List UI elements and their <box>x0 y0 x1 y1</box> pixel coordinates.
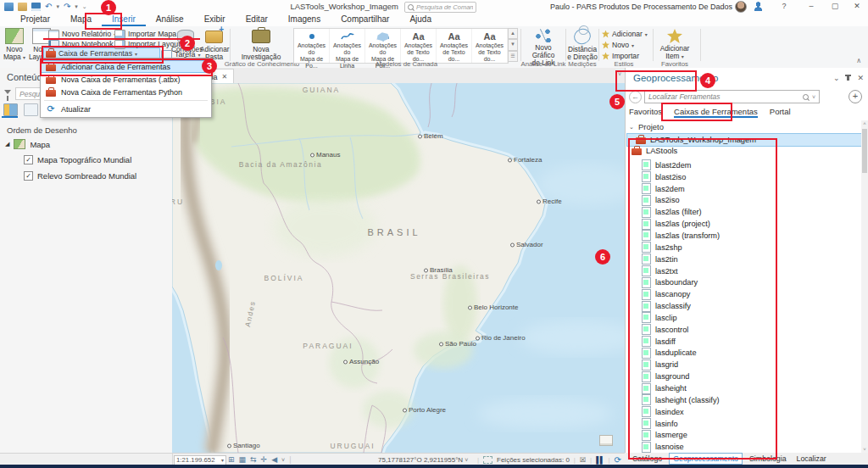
pause-drawing-icon[interactable]: ▌▌ <box>596 456 604 464</box>
map-tab-close-icon[interactable]: ✕ <box>222 73 228 81</box>
tool-item[interactable]: lasgrid <box>642 359 845 370</box>
crosshair-icon[interactable]: ✛ <box>261 455 268 464</box>
add-search-tab-icon[interactable]: + <box>849 90 862 103</box>
redo-dropdown-icon[interactable]: ▾ <box>75 3 78 10</box>
selection-rect-icon[interactable] <box>483 456 492 464</box>
restore-button[interactable]: ▢ <box>826 0 844 13</box>
tool-item[interactable]: lasboundary <box>642 277 845 289</box>
undo-icon[interactable]: ↶ <box>45 3 52 11</box>
menu-tab-imagens[interactable]: Imagens <box>278 14 331 26</box>
lastools-toolbox-item[interactable]: LAStools <box>632 147 677 155</box>
drawing-order-tab-icon[interactable] <box>3 103 18 116</box>
pane-tab-geoprocessamento[interactable]: Geoprocessamento <box>669 453 743 465</box>
tool-item[interactable]: las2dem <box>642 183 845 195</box>
gallery-scroll-up-icon[interactable]: ▲ <box>508 28 518 39</box>
scroll-down-icon[interactable]: ˅ <box>861 447 868 452</box>
tool-item[interactable]: las2txt <box>642 265 845 277</box>
back-button[interactable]: ← <box>629 91 642 103</box>
pane-close-icon[interactable]: ✕ <box>857 74 864 82</box>
scrollbar-thumb[interactable] <box>862 129 867 173</box>
importar-mapa-button[interactable]: Importar Mapa <box>114 29 176 39</box>
adicionar-item-button[interactable]: Adicionar Item ▾ <box>656 28 693 61</box>
tool-item[interactable]: lasduplicate <box>642 348 845 359</box>
user-account-label[interactable]: Paulo - PARS Produtos De Processamento D… <box>550 3 732 11</box>
tool-item[interactable]: lasindex <box>642 406 845 418</box>
tool-item[interactable]: las2las (transform) <box>642 230 845 242</box>
search-options-icon[interactable]: ˅ <box>812 94 815 100</box>
gallery-scroll[interactable]: ▲ ▼ ☰ <box>508 28 518 62</box>
tool-item[interactable]: lasinfo <box>642 418 845 430</box>
pane-tab-catálogo[interactable]: Catálogo <box>629 454 665 464</box>
map-attribution-icon[interactable] <box>599 435 613 446</box>
conexoes-button[interactable]: Conexões ▾ <box>171 28 199 62</box>
refresh-map-icon[interactable]: ⟳ <box>615 455 621 465</box>
estilos-adicionar-button[interactable]: Adicionar▾ <box>602 29 648 39</box>
geo-tab-favoritos[interactable]: Favoritos <box>629 107 662 116</box>
tool-item[interactable]: las2iso <box>642 195 845 207</box>
estilos-novo-button[interactable]: Novo▾ <box>602 40 634 50</box>
tool-item[interactable]: blast2dem <box>642 159 845 171</box>
gallery-expand-icon[interactable]: ☰ <box>508 51 518 62</box>
layer-item-relevo[interactable]: ✓ Relevo Sombreado Mundial <box>24 171 136 181</box>
close-button[interactable]: ✕ <box>848 0 866 13</box>
gallery-item[interactable]: AaAnotaçõesde Texto do... <box>401 29 437 63</box>
collapse-ribbon-icon[interactable]: ∧ <box>856 57 861 64</box>
pane-menu-icon[interactable]: ⌄ <box>833 74 840 82</box>
undo-dropdown-icon[interactable]: ▾ <box>56 3 59 10</box>
menu-tab-mapa[interactable]: Mapa <box>60 14 102 26</box>
novo-mapa-button[interactable]: Novo Mapa ▾ <box>1 28 28 62</box>
gallery-scroll-down-icon[interactable]: ▼ <box>508 39 518 50</box>
gallery-item[interactable]: Anotações doMapa de Linha <box>330 29 365 63</box>
tree-scrollbar[interactable]: ˄ ˅ <box>861 120 868 453</box>
tool-item[interactable]: lasclip <box>642 312 845 324</box>
tool-item[interactable]: lascontrol <box>642 324 845 336</box>
map-tree-item[interactable]: ◢ Mapa <box>5 139 50 149</box>
tool-item[interactable]: lasheight (classify) <box>642 394 845 406</box>
help-button[interactable]: ? <box>775 0 793 13</box>
pane-tab-localizar[interactable]: Localizar <box>793 454 830 464</box>
notifications-icon[interactable] <box>754 2 763 11</box>
open-project-icon[interactable] <box>18 3 27 11</box>
tool-item[interactable]: lasdiff <box>642 336 845 348</box>
menu-tab-projetar[interactable]: Projetar <box>10 14 60 26</box>
grid-icon[interactable]: ▦ <box>239 455 247 464</box>
layer-checkbox[interactable]: ✓ <box>24 171 33 181</box>
pane-tab-simbologia[interactable]: Simbologia <box>746 454 790 464</box>
geo-tab-portal[interactable]: Portal <box>770 107 791 116</box>
menu-tab-editar[interactable]: Editar <box>236 14 278 26</box>
user-avatar[interactable] <box>735 1 747 13</box>
swap-icon[interactable]: ⇆ <box>250 455 257 464</box>
distancia-direcao-button[interactable]: Distância e Direção <box>567 28 598 61</box>
find-tools-search-box[interactable]: Localizar Ferramentas ˅ <box>644 90 820 103</box>
menu-tab-análise[interactable]: Análise <box>146 14 194 26</box>
map-scale-box[interactable]: 1:21.199.652▾ <box>174 455 226 465</box>
menu-tab-exibir[interactable]: Exibir <box>194 14 236 26</box>
menu-item-adicionar-caixa[interactable]: Adicionar Caixa de Ferramentas <box>41 60 211 73</box>
gallery-item[interactable]: Anotações doMapa de Po... <box>294 29 330 63</box>
command-search-box[interactable]: Pesquisa de Comando (Alt+Q) <box>404 2 476 13</box>
tool-item[interactable]: lasnoise <box>642 441 845 453</box>
tool-item[interactable]: lasheight <box>642 382 845 394</box>
tool-item[interactable]: las2tin <box>642 254 845 265</box>
tool-item[interactable]: lasground <box>642 370 845 382</box>
tool-item[interactable]: lasclassify <box>642 300 845 312</box>
pin-icon[interactable] <box>847 75 849 81</box>
layer-item-topografico[interactable]: ✓ Mapa Topográfico Mundial <box>24 155 131 164</box>
project-toolbox-item-selected[interactable]: LASTools_Workshop_Imagem <box>626 133 862 147</box>
tool-item[interactable]: lascanopy <box>642 288 845 300</box>
novo-relatorio-button[interactable]: Novo Relatório▾ <box>48 29 116 39</box>
data-source-tab-icon[interactable] <box>24 103 38 116</box>
menu-tab-ajuda[interactable]: Ajuda <box>399 14 442 26</box>
new-project-icon[interactable] <box>4 3 14 11</box>
nova-investigacao-button[interactable]: Nova Investigação <box>234 28 288 61</box>
add-selection-icon[interactable]: ⊞ <box>228 455 235 464</box>
more-icon[interactable]: ˅ <box>281 457 285 463</box>
section-expander-icon[interactable]: ⌄ <box>629 124 634 131</box>
snap-icon[interactable]: ◀ <box>271 455 277 464</box>
menu-tab-inserir[interactable]: Inserir <box>102 14 146 26</box>
tool-item[interactable]: las2shp <box>642 242 845 254</box>
filter-icon[interactable] <box>4 90 11 94</box>
map-canvas[interactable]: COLÔMBIAGUIANARUBOLÍVIAPARAGUAIURUGUAIBR… <box>172 83 625 453</box>
tool-item[interactable]: las2las (project) <box>642 218 845 230</box>
menu-item-nova-caixa-atbx[interactable]: Nova Caixa de Ferramentas (.atbx) <box>41 73 211 86</box>
